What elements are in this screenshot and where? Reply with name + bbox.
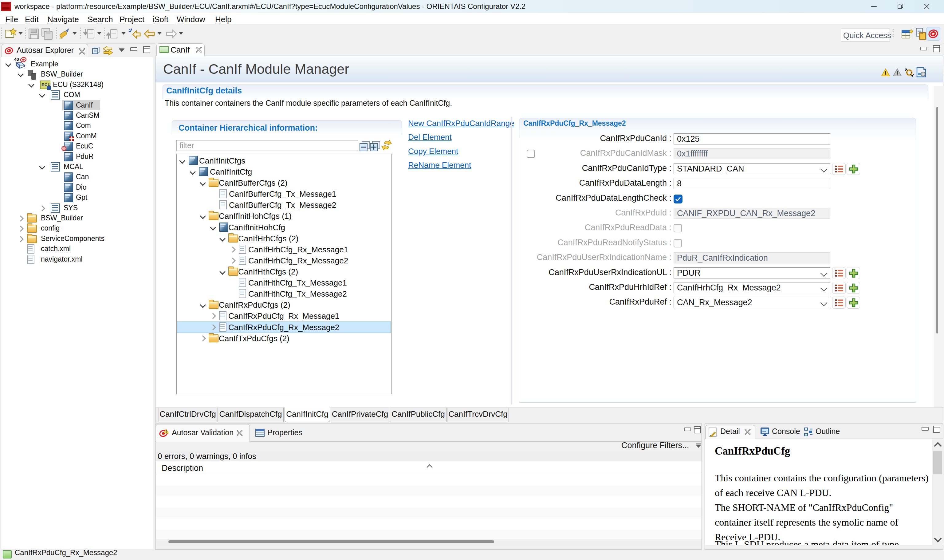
svg-text:40: 40 bbox=[14, 57, 19, 62]
